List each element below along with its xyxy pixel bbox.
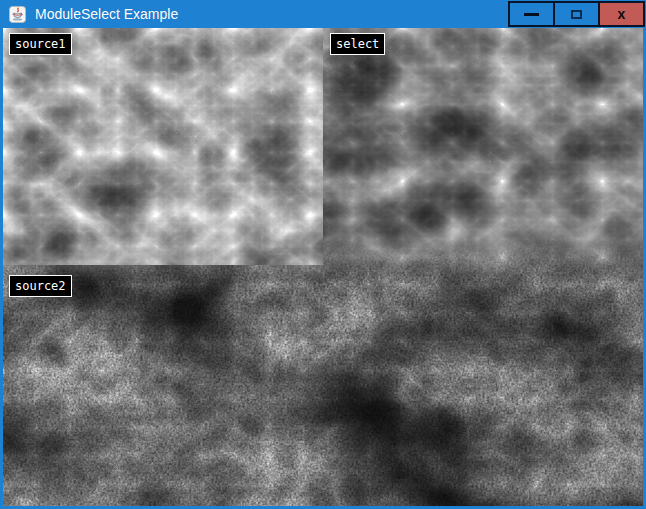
select-label: select bbox=[330, 33, 385, 55]
close-icon: x bbox=[618, 7, 626, 21]
source2-label: source2 bbox=[9, 275, 72, 297]
app-window: ModuleSelect Example x bbox=[0, 0, 646, 509]
java-coffee-cup-icon[interactable] bbox=[9, 6, 26, 23]
titlebar[interactable]: ModuleSelect Example x bbox=[0, 0, 646, 28]
maximize-icon bbox=[571, 10, 582, 19]
java-coffee-cup-graphic bbox=[9, 6, 26, 23]
render-canvas: source1 select source2 bbox=[3, 28, 643, 506]
noise-canvas bbox=[3, 28, 643, 506]
window-controls: x bbox=[508, 1, 645, 27]
source1-label: source1 bbox=[9, 33, 72, 55]
close-button[interactable]: x bbox=[600, 3, 643, 25]
maximize-button[interactable] bbox=[555, 3, 598, 25]
source1-noise-image bbox=[3, 28, 323, 265]
minimize-button[interactable] bbox=[510, 3, 553, 25]
window-title: ModuleSelect Example bbox=[35, 0, 178, 28]
minimize-icon bbox=[524, 13, 539, 16]
source2-noise-image bbox=[3, 228, 643, 506]
